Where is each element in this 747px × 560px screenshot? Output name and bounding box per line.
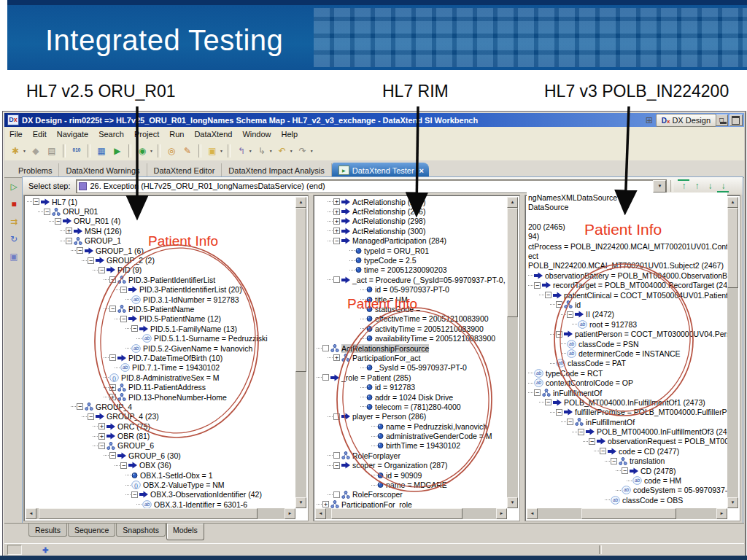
tree-row[interactable]: −ORU_R01 [26, 206, 295, 216]
tree-row[interactable]: player = Person (286) [315, 412, 507, 421]
tree-node-label[interactable]: OBX.3.1-Identifier = 6301-6 [154, 500, 247, 508]
tree-node-label[interactable]: typeId = ORU_R01 [364, 246, 429, 255]
step-button[interactable]: ⇉ [7, 215, 20, 228]
tree-node-label[interactable]: PID (9) [117, 265, 142, 274]
bottom-tab-snapshots[interactable]: Snapshots [116, 524, 166, 537]
tree-node-label[interactable]: PID.7.1-Time = 19430102 [132, 363, 220, 372]
collapse-toggle[interactable]: − [567, 311, 573, 318]
new-wizard-icon[interactable]: ✱ [8, 144, 23, 158]
expand-toggle[interactable]: + [333, 209, 340, 215]
tree-node-label[interactable]: ORU_R01 (4) [74, 217, 120, 225]
tree-node-label[interactable]: PID.5.1.1-Surname = Pedruzziski [154, 334, 268, 343]
tree-node-label[interactable]: DataSource [528, 203, 568, 211]
collapse-toggle[interactable]: − [109, 276, 116, 283]
tree-node-label[interactable]: player = Person (286) [352, 412, 426, 421]
tree-row[interactable]: abclassCode = PSN [527, 339, 727, 349]
tree-row[interactable]: abcode = HM [527, 475, 727, 485]
collapse-toggle[interactable]: − [33, 198, 39, 205]
menu-edit[interactable]: Edit [28, 128, 52, 140]
collapse-toggle[interactable]: − [98, 443, 105, 449]
collapse-toggle[interactable]: − [55, 218, 61, 225]
menu-file[interactable]: File [4, 128, 28, 140]
tree-row[interactable]: abroot = 912783 [527, 319, 727, 329]
tree-row[interactable]: −CD (2478) [527, 466, 727, 475]
tree-node-label[interactable]: ORU_R01 [63, 207, 98, 216]
tree-node-label[interactable]: observationBattery = POLB_MT004000.Obser… [545, 271, 727, 280]
tree-node-label[interactable]: CD (2478) [640, 467, 676, 475]
checkbox[interactable] [333, 276, 340, 283]
menu-run[interactable]: Run [164, 128, 189, 140]
dropdown-arrow-icon[interactable]: ▼ [150, 149, 153, 153]
menu-dataxtend[interactable]: DataXtend [189, 128, 237, 140]
checkbox[interactable] [322, 374, 329, 381]
tree-row[interactable]: abPID.7.1-Time = 19430102 [26, 363, 295, 373]
tree-node-label[interactable]: ParticipationFor_role [341, 500, 412, 508]
tree-node-label[interactable]: ParticipationFor_act [352, 354, 420, 362]
tree-row[interactable]: −PID (9) [26, 265, 295, 275]
collapse-toggle[interactable]: − [556, 331, 562, 338]
tree-node-label[interactable]: POLB_MT004000.InFulfillmentOf3 (2475) [597, 427, 727, 436]
tree-node-label[interactable]: OBX.2-ValueType = NM [143, 481, 225, 489]
tree-node-label[interactable]: 94) [528, 232, 539, 241]
combo-dropdown-button[interactable]: ▼ [653, 180, 666, 192]
menu-navigate[interactable]: Navigate [52, 128, 93, 140]
scrollbar-thumb[interactable] [507, 208, 518, 317]
tree-row[interactable]: +ORC (75) [26, 421, 295, 431]
tree-row[interactable]: POLB_IN224200.MCAI_MT700201UV01.Subject2… [527, 261, 727, 271]
last-step-button[interactable]: ↓ [717, 181, 729, 192]
tree-node-label[interactable]: PID.7-DateTimeOfBirth (10) [128, 354, 222, 362]
tree-node-label[interactable]: fulfillerPromise = POLB_MT004000.Fulfill… [575, 408, 727, 416]
debug-run-icon[interactable]: ◉ [135, 144, 150, 158]
tree-row[interactable]: RoleForplayer [315, 451, 507, 460]
tree-node-label[interactable]: scoper = Organization (287) [352, 461, 447, 470]
tree-node-label[interactable]: PID.5-PatientName (12) [139, 314, 221, 323]
tree-node-label[interactable]: typeCode = 2.5 [364, 256, 417, 265]
tree-node-label[interactable]: PID.3-PatientIdentifierList (20) [139, 285, 242, 294]
tree-row[interactable]: −POLB_MT004000.InFulfillmentOf3 (2475) [527, 427, 727, 436]
collapse-toggle[interactable]: − [109, 354, 116, 361]
tree-row[interactable]: statusCode = [315, 304, 507, 314]
menu-help[interactable]: Help [276, 128, 303, 140]
tree-node-label[interactable]: PID.8-AdministrativeSex = M [121, 373, 220, 382]
tree-row[interactable] [527, 212, 727, 222]
tree-node-label[interactable]: effectiveTime = 20051210083900 [375, 314, 489, 323]
horizontal-scrollbar[interactable]: ◄ ► [527, 508, 727, 519]
expand-toggle[interactable]: + [333, 198, 340, 205]
tree-row[interactable]: abclassCode = PAT [527, 359, 727, 368]
tree-row[interactable]: −POLB_MT004000.InFulfillmentOf1 (2473) [527, 397, 727, 407]
tree-node-label[interactable]: code = HM [644, 476, 681, 485]
last-edit-icon[interactable]: ↰ [234, 144, 249, 158]
tree-node-label[interactable]: POLB_MT004000.InFulfillmentOf1 (2473) [564, 398, 705, 407]
tree-node-label[interactable]: RoleForplayer [352, 451, 400, 460]
back-icon[interactable]: ↶ [275, 144, 290, 158]
tree-node-label[interactable]: OBX (36) [139, 461, 171, 470]
scroll-down-button[interactable]: ▼ [507, 497, 518, 508]
tree-row[interactable]: −ManagedParticipation (284) [315, 236, 507, 246]
tree-row[interactable]: +OBR (81) [26, 431, 295, 440]
tree-node-label[interactable]: GROUP_6 (30) [128, 451, 181, 460]
collapse-toggle[interactable]: − [131, 325, 138, 332]
tree-row[interactable]: −GROUP_6 (30) [26, 451, 295, 460]
tree-node-label[interactable]: ngNamesXMLDataSource [528, 193, 617, 202]
collapse-toggle[interactable]: − [88, 413, 94, 420]
collapse-toggle[interactable]: − [120, 462, 127, 469]
horizontal-scrollbar[interactable]: ◄ ► [315, 508, 507, 519]
menu-window[interactable]: Window [237, 128, 276, 140]
tree-node-label[interactable]: inFulfillmentOf [553, 389, 602, 397]
tree-node-label[interactable]: name = Pedruzziski,Ivanovich [386, 422, 487, 431]
scroll-up-button[interactable]: ▲ [727, 197, 738, 208]
tree-row[interactable]: −PID.3-PatientIdentifierList (20) [26, 285, 295, 295]
collapse-toggle[interactable]: − [611, 458, 617, 464]
tree-node-label[interactable]: availabilityTime = 20051210083900 [375, 334, 495, 343]
tree-row[interactable]: +ActRelationship (296) [315, 206, 507, 216]
tree-row[interactable]: typeCode = 2.5 [315, 255, 507, 265]
tree-node-label[interactable]: typeCode = RCT [546, 369, 603, 378]
collapse-toggle[interactable]: − [98, 267, 105, 273]
tree-node-label[interactable]: GROUP_4 [96, 402, 132, 411]
scroll-left-button[interactable]: ◄ [315, 508, 326, 519]
search-icon[interactable]: ◎ [164, 144, 179, 158]
save-snapshot-button[interactable]: ▣ [7, 250, 20, 262]
tree-row[interactable]: +ActRelationship (298) [315, 217, 507, 226]
menu-search[interactable]: Search [93, 128, 129, 140]
tree-node-label[interactable]: ActRelationship (300) [352, 227, 425, 236]
